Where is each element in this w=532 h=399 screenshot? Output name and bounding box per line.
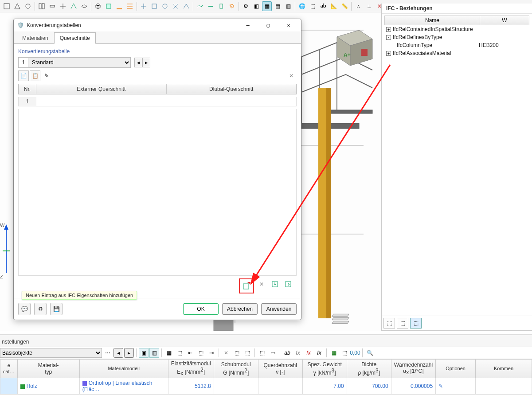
tool-icon[interactable] xyxy=(181,1,191,11)
prev-button[interactable]: ◂ xyxy=(134,58,142,67)
export-button[interactable] xyxy=(282,278,294,290)
axes-widget: W Z xyxy=(0,224,13,278)
tool-icon[interactable]: 📏 xyxy=(340,1,349,11)
grid-view-icon[interactable]: ▦ xyxy=(262,1,272,11)
tool-icon[interactable] xyxy=(206,1,215,11)
dots-icon[interactable]: ⋯ xyxy=(103,348,113,358)
fx-icon[interactable]: fx xyxy=(293,348,303,358)
col-alpha: Wärmedehnzahlαx [1/°C] xyxy=(391,360,435,378)
tool-icon[interactable] xyxy=(160,1,170,11)
tool-icon[interactable] xyxy=(216,1,226,11)
text-icon[interactable]: ab xyxy=(318,1,328,11)
cell-ext[interactable] xyxy=(36,97,166,106)
tool-icon[interactable]: ⬚ xyxy=(308,1,317,11)
settings-selector[interactable]: Basisobjekte xyxy=(0,348,102,358)
tool-icon[interactable]: ▭ xyxy=(268,348,278,358)
layers-widget[interactable] xyxy=(332,313,350,326)
tool-icon[interactable] xyxy=(37,1,47,11)
tool-icon[interactable]: ▥ xyxy=(149,348,159,358)
tab-materialien[interactable]: Materialien xyxy=(16,32,54,43)
ifc-tool-icon[interactable]: ⬚ xyxy=(383,318,395,329)
tab-querschnitte[interactable]: Querschnitte xyxy=(54,32,96,44)
refresh-icon[interactable] xyxy=(227,1,237,11)
search-icon[interactable]: 🔍 xyxy=(365,348,375,358)
tool-icon[interactable] xyxy=(58,1,68,11)
table-selector[interactable]: 1 Standard xyxy=(18,57,131,68)
col-cat: e cat… xyxy=(0,360,18,378)
copy-table-button[interactable]: 📋 xyxy=(30,70,40,81)
tool-icon[interactable] xyxy=(171,1,180,11)
tool-icon[interactable] xyxy=(114,1,124,11)
tool-icon[interactable] xyxy=(69,1,78,11)
cancel-button[interactable]: Abbrechen xyxy=(222,303,258,315)
new-table-button[interactable]: 📄 xyxy=(18,70,29,81)
precision-icon[interactable]: 0,00 xyxy=(350,348,360,358)
tool-icon[interactable]: ⬚ xyxy=(196,348,206,358)
expand-icon[interactable]: + xyxy=(386,27,391,32)
grid-row[interactable]: 1 xyxy=(18,97,297,106)
tool-icon[interactable]: ▤ xyxy=(273,1,282,11)
fx-icon[interactable]: fx xyxy=(314,348,324,358)
ifc-tree-row[interactable]: - IfcRelDefinesByType xyxy=(384,33,529,41)
close-button[interactable]: ✕ xyxy=(280,20,297,31)
minimize-button[interactable]: — xyxy=(239,20,257,31)
cube-icon[interactable] xyxy=(104,1,113,11)
ifc-tree-row[interactable]: + IfcRelContainedInSpatialStructure xyxy=(384,25,529,33)
tool-icon[interactable] xyxy=(23,1,33,11)
next-button[interactable]: ▸ xyxy=(124,348,134,358)
save-defaults-button[interactable]: 💾 xyxy=(50,303,63,315)
tool-icon[interactable]: ⬚ xyxy=(175,348,184,358)
tool-icon[interactable]: ⇤ xyxy=(185,348,195,358)
delete-row-button[interactable]: ✕ xyxy=(256,278,267,290)
tool-icon[interactable]: ⬚ xyxy=(340,348,349,358)
tool-icon[interactable]: 🌐 xyxy=(297,1,307,11)
tool-icon[interactable] xyxy=(12,1,22,11)
tool-icon[interactable]: ◧ xyxy=(251,1,261,11)
tool-icon[interactable]: ⬚ xyxy=(243,348,252,358)
tool-icon[interactable] xyxy=(47,1,57,11)
ifc-tool-icon[interactable]: ⬚ xyxy=(397,318,408,329)
delete-table-button[interactable]: ✕ xyxy=(286,70,297,81)
expand-icon[interactable]: + xyxy=(386,51,391,56)
tool-icon[interactable] xyxy=(139,1,149,11)
import-button[interactable] xyxy=(269,278,281,290)
tool-icon[interactable] xyxy=(195,1,205,11)
apply-button[interactable]: Anwenden xyxy=(261,303,297,315)
table-select[interactable]: Standard xyxy=(28,58,130,67)
next-button[interactable]: ▸ xyxy=(142,58,150,67)
collapse-icon[interactable]: - xyxy=(386,35,391,40)
tool-icon[interactable]: ⇥ xyxy=(207,348,216,358)
ifc-tree-row[interactable]: IfcColumnType HEB200 xyxy=(384,41,529,49)
reset-button[interactable]: ♻ xyxy=(34,303,47,315)
col-gamma: Spez. Gewichtγ [kN/m3] xyxy=(302,360,347,378)
tool-icon[interactable]: ▣ xyxy=(139,348,149,358)
table-row[interactable]: Holz Orthotrop | Linear elastisch (Fläc…… xyxy=(0,378,532,395)
prev-button[interactable]: ◂ xyxy=(113,348,123,358)
ok-button[interactable]: OK xyxy=(183,303,219,315)
tool-icon[interactable] xyxy=(2,1,12,11)
fx-icon[interactable]: ab xyxy=(282,348,292,358)
dialog-titlebar[interactable]: 🛡️ Konvertierungstabellen — ▢ ✕ xyxy=(14,19,301,31)
tool-icon[interactable]: 📐 xyxy=(329,1,339,11)
fx-icon[interactable]: fx xyxy=(304,348,313,358)
tool-icon[interactable]: ⬚ xyxy=(232,348,242,358)
tool-icon[interactable]: ⬚ xyxy=(257,348,267,358)
tool-icon[interactable] xyxy=(79,1,89,11)
excel-icon[interactable]: ▦ xyxy=(329,348,339,358)
tool-icon[interactable]: ▥ xyxy=(283,1,293,11)
tool-icon[interactable]: ⟂ xyxy=(364,1,374,11)
ifc-tool-icon[interactable]: ⬚ xyxy=(410,318,422,329)
gear-icon[interactable]: ⚙ xyxy=(241,1,250,11)
cell-dlubal[interactable] xyxy=(166,97,296,106)
tool-icon[interactable] xyxy=(149,1,159,11)
tool-icon[interactable]: ▦ xyxy=(164,348,174,358)
help-button[interactable]: 💬 xyxy=(18,303,31,315)
cube-icon[interactable] xyxy=(93,1,103,11)
delete-icon[interactable]: ✕ xyxy=(221,348,231,358)
ifc-tree-row[interactable]: + IfcRelAssociatesMaterial xyxy=(384,49,529,57)
maximize-button[interactable]: ▢ xyxy=(259,20,277,31)
add-from-ifc-button[interactable]: ✦ xyxy=(241,280,252,292)
tool-icon[interactable]: ⛬ xyxy=(353,1,363,11)
edit-table-button[interactable]: ✎ xyxy=(41,70,52,81)
tool-icon[interactable] xyxy=(125,1,135,11)
